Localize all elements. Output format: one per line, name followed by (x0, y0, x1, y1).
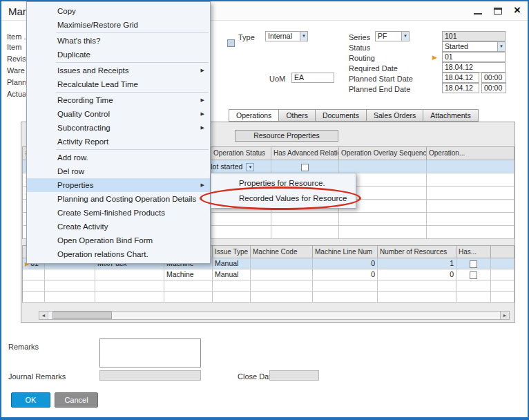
tab-operations[interactable]: Operations (229, 109, 279, 122)
properties-submenu: Properties for Resource. Recorded Values… (211, 173, 356, 209)
submenu-item-properties-for-resource[interactable]: Properties for Resource. (211, 175, 356, 191)
series-select[interactable]: PF▼ (375, 31, 410, 41)
submenu-item-recorded-values-for-resource[interactable]: Recorded Values for Resource (211, 191, 356, 206)
chevron-down-icon[interactable]: ▼ (497, 42, 505, 51)
close-icon[interactable]: × (514, 6, 521, 15)
menu-item-whats-this[interactable]: What's this? (27, 34, 210, 48)
menu-separator (56, 149, 209, 150)
checkbox[interactable] (470, 260, 477, 268)
menu-item-subcontracting[interactable]: Subcontracting▶ (27, 121, 210, 135)
has-cell (456, 258, 491, 269)
menu-item-quality-control[interactable]: Quality Control▶ (27, 107, 210, 121)
resources-empty-row[interactable] (23, 292, 514, 303)
submenu-arrow-icon: ▶ (201, 178, 204, 192)
cell (95, 280, 164, 292)
checkbox[interactable] (470, 271, 477, 279)
number-of-resources-cell: 1 (378, 258, 456, 269)
status-value: Started (445, 42, 468, 50)
cell (211, 213, 271, 226)
col-header (491, 246, 514, 258)
cell (251, 280, 313, 292)
menu-item-recording-time[interactable]: Recording Time▶ (27, 93, 210, 107)
col-header-has-advanced-relation: Has Advanced Relation (271, 147, 339, 160)
dropdown-button[interactable]: ▼ (246, 163, 254, 171)
cell (271, 213, 339, 226)
cell (339, 226, 427, 239)
menu-item-duplicate[interactable]: Duplicate (27, 48, 210, 61)
uom-field[interactable]: EA (291, 73, 334, 83)
cell (211, 226, 271, 239)
menu-separator (56, 92, 209, 93)
menu-item-maximise-restore-grid[interactable]: Maximise/Restore Grid (27, 18, 210, 32)
minimize-icon[interactable] (474, 13, 482, 15)
required-date-field[interactable]: 18.04.12 (442, 62, 506, 73)
context-menu: Copy Maximise/Restore Grid What's this? … (26, 1, 211, 264)
planned-start-time-field[interactable]: 00:00 (481, 73, 506, 83)
machine-line-num-cell: 0 (313, 258, 378, 269)
cell (23, 269, 45, 280)
document-number-field[interactable]: 101 (442, 31, 506, 41)
submenu-arrow-icon: ▶ (201, 64, 204, 77)
resources-row-2[interactable]: Machine Manual 0 0 (23, 269, 514, 280)
revision-label: Revis (7, 55, 26, 63)
col-header-machine-line-num: Machine Line Num (313, 246, 378, 258)
menu-item-activity-report[interactable]: Activity Report (27, 135, 210, 149)
menu-item-planning-and-costing-operation-details[interactable]: Planning and Costing Operation Details (27, 192, 210, 206)
planned-end-date-field[interactable]: 18.04.12 (442, 83, 479, 93)
subtab-resource-properties[interactable]: Resource Properties (235, 130, 338, 142)
menu-item-add-row[interactable]: Add row. (27, 151, 210, 164)
has-advanced-relation-cell (271, 160, 339, 173)
menu-item-recalculate-lead-time[interactable]: Recalculate Lead Time (27, 77, 210, 91)
cell (378, 280, 456, 292)
warehouse-label: Ware (7, 66, 26, 75)
chevron-down-icon[interactable]: ▼ (401, 32, 409, 41)
menu-item-create-semi-finished-products[interactable]: Create Semi-finished Products (27, 206, 210, 220)
actual-label: Actua (7, 90, 26, 98)
resources-empty-row[interactable] (23, 280, 514, 292)
menu-item-create-activity[interactable]: Create Activity (27, 220, 210, 233)
chevron-down-icon[interactable]: ▼ (300, 32, 307, 41)
cell (427, 173, 514, 187)
status-select[interactable]: Started▼ (442, 41, 506, 52)
type-label: Type (238, 33, 255, 41)
cell (427, 160, 514, 173)
tab-sales-orders[interactable]: Sales Orders (367, 109, 423, 122)
col-header-operation-status: Operation Status (211, 147, 271, 160)
cell (378, 292, 456, 303)
checkbox[interactable] (301, 164, 309, 171)
maximize-icon[interactable] (494, 8, 502, 15)
ok-button[interactable]: OK (11, 392, 50, 408)
menu-item-open-operation-bind-form[interactable]: Open Operation Bind Form (27, 233, 210, 247)
menu-item-del-row[interactable]: Del row (27, 164, 210, 178)
horizontal-scrollbar[interactable]: ◄ ► (39, 311, 510, 320)
menu-item-operation-relations-chart[interactable]: Operation relations Chart. (27, 247, 210, 261)
link-arrow-icon[interactable]: ▶ (432, 54, 437, 61)
scroll-right-icon[interactable]: ► (500, 312, 509, 319)
tab-others[interactable]: Others (279, 109, 316, 122)
detail-icon[interactable] (227, 39, 235, 47)
scroll-left-icon[interactable]: ◄ (39, 312, 48, 319)
routing-field[interactable]: 01 (442, 52, 506, 62)
cell (45, 269, 95, 280)
status-label: Status (349, 44, 370, 52)
journal-remarks-label: Journal Remarks (8, 372, 66, 381)
scrollbar-thumb[interactable] (52, 312, 112, 319)
tab-documents[interactable]: Documents (316, 109, 367, 122)
menu-item-issues-and-receipts[interactable]: Issues and Receipts▶ (27, 64, 210, 77)
operation-status-cell[interactable]: Not started▼ (211, 160, 271, 173)
menu-item-copy[interactable]: Copy (27, 4, 210, 18)
has-cell (456, 269, 491, 280)
planned-end-time-field[interactable]: 00:00 (481, 83, 506, 93)
menu-separator (56, 62, 209, 63)
tab-attachments[interactable]: Attachments (423, 109, 478, 122)
remarks-input[interactable] (99, 338, 201, 368)
type-value: Internal (268, 32, 292, 40)
planned-start-date-field[interactable]: 18.04.12 (442, 73, 479, 83)
series-value: PF (378, 32, 387, 40)
type-select[interactable]: Internal▼ (265, 31, 308, 41)
menu-item-properties[interactable]: Properties▶ (27, 178, 210, 192)
planned-start-label: Planned Start Date (349, 75, 413, 83)
uom-label: UoM (269, 75, 285, 83)
submenu-arrow-icon: ▶ (201, 93, 204, 107)
cancel-button[interactable]: Cancel (55, 392, 98, 408)
